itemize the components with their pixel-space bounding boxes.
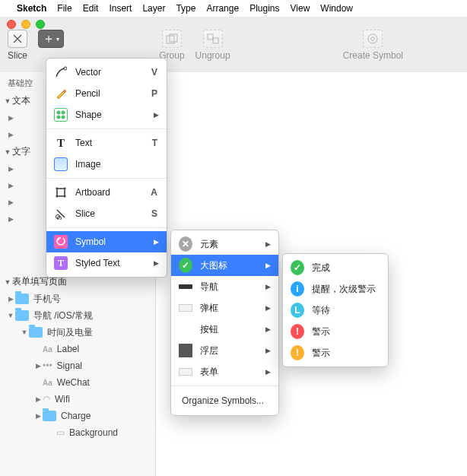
slice-label: Slice <box>8 50 27 61</box>
submenu-nav[interactable]: 导航▶ <box>171 276 278 297</box>
bar-icon <box>179 284 192 289</box>
symbol-submenu: ✕元素▶ ✓大图标▶ 导航▶ 弹框▶ 按钮▶ 浮层▶ 表单▶ Organize … <box>170 230 279 416</box>
ungroup-label: Ungroup <box>195 50 230 61</box>
svg-point-5 <box>57 111 61 115</box>
menu-window[interactable]: Window <box>320 3 353 14</box>
window-titlebar <box>0 17 467 25</box>
folder-icon <box>15 294 29 304</box>
status-wait[interactable]: L等待 <box>283 300 388 321</box>
menu-arrange[interactable]: Arrange <box>206 3 239 14</box>
svg-point-6 <box>62 111 65 115</box>
submenu-element[interactable]: ✕元素▶ <box>171 233 278 255</box>
menu-shape[interactable]: Shape▶ <box>46 104 167 125</box>
submenu-form[interactable]: 表单▶ <box>171 361 278 382</box>
bigicon-submenu: ✓完成 i提醒，次级警示 L等待 !警示 !警示 <box>282 253 389 367</box>
check-icon: ✓ <box>291 260 304 275</box>
menu-text[interactable]: TTextT <box>46 132 167 154</box>
folder-icon <box>29 327 43 338</box>
macos-menubar: Sketch File Edit Insert Layer Type Arran… <box>0 0 467 17</box>
svg-rect-9 <box>57 189 65 196</box>
sidebar-item-wechat[interactable]: AaWeChat <box>0 374 155 391</box>
svg-point-7 <box>57 116 61 119</box>
create-symbol-label: Create Symbol <box>343 50 403 61</box>
menu-pencil[interactable]: PencilP <box>46 83 167 104</box>
minimize-icon[interactable] <box>21 20 30 29</box>
svg-point-4 <box>64 67 67 70</box>
menu-layer[interactable]: Layer <box>142 3 165 14</box>
menu-slice[interactable]: SliceS <box>46 203 167 224</box>
info-icon: i <box>291 281 304 297</box>
menu-vector[interactable]: VectorV <box>46 62 167 83</box>
clock-icon: L <box>291 303 304 318</box>
wifi-icon: ◠ <box>43 394 50 405</box>
group-button[interactable]: Group <box>159 30 184 61</box>
submenu-dialog[interactable]: 弹框▶ <box>171 297 278 319</box>
submenu-bigicon[interactable]: ✓大图标▶ <box>171 255 278 276</box>
sidebar-item-wifi[interactable]: ▶◠Wifi <box>0 391 155 408</box>
svg-point-8 <box>62 116 65 119</box>
organize-symbols[interactable]: Organize Symbols... <box>171 389 278 412</box>
svg-rect-2 <box>208 34 213 40</box>
create-symbol-button[interactable]: Create Symbol <box>343 30 403 61</box>
sidebar-item-charge[interactable]: ▶Charge <box>0 408 155 424</box>
status-warn[interactable]: !警示 <box>283 321 388 342</box>
zoom-icon[interactable] <box>36 20 45 29</box>
sidebar-item-bg[interactable]: ▭Background <box>0 424 155 441</box>
sidebar-item-nav[interactable]: ▼导航 /iOS/常规 <box>0 307 155 324</box>
insert-menu: VectorV PencilP Shape▶ TTextT Image Artb… <box>46 58 167 278</box>
menu-artboard[interactable]: ArtboardA <box>46 182 167 203</box>
sidebar-item-signal[interactable]: ▶•••Signal <box>0 357 155 374</box>
menu-styled-text[interactable]: TStyled Text▶ <box>46 252 167 274</box>
sidebar-item-phone[interactable]: ▶手机号 <box>0 290 155 307</box>
slice-button[interactable]: Slice <box>8 30 27 61</box>
submenu-button[interactable]: 按钮▶ <box>171 319 278 340</box>
folder-icon <box>43 411 56 421</box>
menu-view[interactable]: View <box>291 3 310 14</box>
app-name[interactable]: Sketch <box>17 3 46 14</box>
sidebar-item-time[interactable]: ▼时间及电量 <box>0 324 155 341</box>
menu-symbol[interactable]: Symbol▶ <box>46 231 167 252</box>
close-icon[interactable] <box>7 20 16 29</box>
alert-icon: ! <box>291 324 304 339</box>
add-button[interactable]: ＋ ▾ <box>38 30 64 48</box>
status-done[interactable]: ✓完成 <box>283 257 388 278</box>
folder-icon <box>15 310 29 321</box>
x-icon: ✕ <box>179 236 192 252</box>
status-warn2[interactable]: !警示 <box>283 342 388 363</box>
check-icon: ✓ <box>179 258 192 273</box>
dialog-icon <box>179 304 192 312</box>
svg-rect-3 <box>213 38 218 43</box>
menu-plugins[interactable]: Plugins <box>249 3 279 14</box>
menu-type[interactable]: Type <box>176 3 195 14</box>
ungroup-button[interactable]: Ungroup <box>195 30 230 61</box>
menu-insert[interactable]: Insert <box>109 3 132 14</box>
box-icon <box>179 344 192 357</box>
status-info[interactable]: i提醒，次级警示 <box>283 278 388 300</box>
sidebar-item-label[interactable]: AaLabel <box>0 341 155 357</box>
menu-image[interactable]: Image <box>46 154 167 175</box>
menu-edit[interactable]: Edit <box>83 3 99 14</box>
submenu-float[interactable]: 浮层▶ <box>171 340 278 361</box>
alert-icon: ! <box>291 345 304 360</box>
form-icon <box>179 368 192 376</box>
menu-file[interactable]: File <box>57 3 71 14</box>
